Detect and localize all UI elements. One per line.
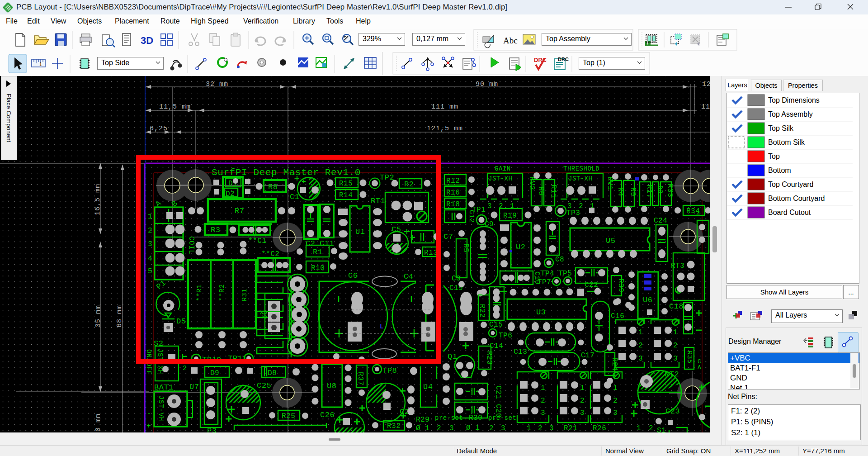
svg-text:16,5 mm: 16,5 mm (94, 184, 102, 215)
svg-text:+: + (146, 422, 151, 430)
svg-text:1: 1 (637, 424, 641, 432)
svg-text:DRC: DRC (534, 57, 547, 63)
svg-text:R23: R23 (485, 351, 493, 365)
svg-text:2: 2 (183, 365, 187, 372)
svg-text:R13: R13 (424, 249, 438, 257)
svg-text:2: 2 (499, 202, 503, 210)
svg-text:2: 2 (437, 424, 441, 432)
svg-text:0 mm: 0 mm (94, 413, 102, 432)
svg-text:C22: C22 (585, 281, 598, 289)
svg-text:RV2: RV2 (528, 176, 536, 190)
svg-text:P3: P3 (207, 427, 217, 432)
svg-text:R29: R29 (416, 416, 429, 424)
svg-text:3: 3 (673, 355, 678, 363)
svg-text:U7: U7 (189, 383, 199, 391)
svg-text:R1: R1 (313, 248, 322, 256)
svg-text:**C1: **C1 (248, 237, 266, 245)
svg-text:TP3: TP3 (566, 209, 580, 217)
svg-text:S1: S1 (657, 427, 666, 432)
svg-text:Top Dimensions: Top Dimensions (768, 96, 820, 104)
svg-text:TP4: TP4 (541, 270, 554, 278)
svg-text:C4: C4 (404, 272, 413, 281)
svg-text:C11: C11 (320, 239, 334, 248)
svg-text:R21: R21 (564, 424, 577, 432)
svg-text:RV1: RV1 (606, 176, 614, 190)
svg-text:R2: R2 (404, 180, 414, 189)
svg-text:R8: R8 (268, 183, 278, 191)
svg-text:**C2: **C2 (261, 250, 279, 258)
svg-text:TP5: TP5 (558, 270, 572, 278)
svg-text:4: 4 (696, 211, 701, 218)
svg-text:Board Cutout: Board Cutout (768, 209, 811, 216)
svg-text:C24: C24 (654, 217, 667, 225)
svg-text:C23: C23 (665, 407, 680, 416)
svg-text:1: 1 (39, 62, 42, 67)
svg-text:2: 2 (541, 397, 545, 405)
svg-text:R39: R39 (617, 279, 625, 292)
svg-text:R4: R4 (616, 187, 624, 196)
svg-text:3: 3 (638, 355, 643, 363)
svg-text:Bottom Silk: Bottom Silk (768, 138, 805, 146)
svg-text:R16: R16 (446, 189, 460, 197)
svg-text:2: 2 (638, 342, 643, 350)
svg-text:3: 3 (449, 424, 454, 432)
svg-text:Bottom: Bottom (768, 166, 791, 174)
svg-text:R35: R35 (685, 351, 693, 364)
svg-text:C9: C9 (485, 220, 494, 228)
svg-text:R3: R3 (211, 226, 220, 234)
svg-text:3: 3 (613, 409, 618, 417)
svg-text:R12: R12 (446, 177, 460, 185)
svg-text:R15: R15 (339, 180, 353, 188)
svg-text:RT2: RT2 (665, 370, 679, 379)
svg-text:TP8: TP8 (382, 366, 397, 375)
svg-text:D8: D8 (268, 369, 277, 377)
svg-text:4: 4 (148, 255, 152, 263)
svg-text:Ø 1: Ø 1 (416, 424, 429, 432)
svg-text:R26: R26 (593, 424, 606, 432)
svg-text:L: L (380, 323, 383, 330)
svg-text:D5: D5 (176, 317, 186, 326)
svg-text:12: 12 (702, 81, 710, 88)
svg-text:R25: R25 (282, 412, 295, 420)
svg-text:2: 2 (613, 397, 618, 405)
svg-text:68 mm: 68 mm (116, 305, 123, 328)
svg-text:R5: R5 (462, 243, 470, 252)
svg-text:C1: C1 (290, 193, 299, 201)
svg-text:C10: C10 (533, 271, 541, 285)
svg-text:U1: U1 (355, 228, 365, 236)
svg-text:2: 2 (489, 424, 494, 432)
svg-text:THRESHOLD: THRESHOLD (563, 165, 599, 172)
svg-text:3: 3 (549, 424, 554, 432)
svg-text:R17: R17 (645, 185, 653, 198)
svg-text:1: 1 (638, 328, 643, 337)
svg-text:3: 3 (487, 202, 492, 210)
svg-text:C16: C16 (611, 312, 624, 320)
svg-text:Q2: Q2 (259, 310, 268, 319)
svg-text:6,25: 6,25 (150, 125, 168, 133)
svg-text:pre-set: pre-set (488, 414, 516, 422)
svg-text:2: 2 (538, 424, 542, 432)
svg-text:11: 11 (701, 103, 710, 111)
svg-text:U6: U6 (643, 296, 652, 304)
svg-text:3: 3 (580, 409, 585, 417)
svg-text:C25: C25 (257, 381, 271, 390)
svg-text:R11: R11 (549, 185, 557, 198)
svg-text:R22: R22 (478, 304, 486, 318)
svg-text:C3: C3 (452, 275, 461, 283)
svg-text:1: 1 (510, 202, 514, 210)
svg-text:C12: C12 (467, 210, 475, 223)
svg-text:RT3: RT3 (671, 262, 684, 270)
svg-text:U8: U8 (327, 382, 336, 390)
svg-text:C7: C7 (443, 233, 453, 241)
svg-text:3D: 3D (141, 35, 153, 46)
svg-text:DRC: DRC (558, 57, 569, 62)
svg-text:C5: C5 (392, 225, 401, 234)
svg-text:TP6: TP6 (499, 332, 512, 340)
svg-text:A: A (698, 364, 701, 371)
svg-text:C8: C8 (555, 256, 564, 264)
svg-text:3: 3 (541, 409, 545, 417)
svg-text:JST-XH: JST-XH (568, 175, 592, 182)
svg-text:R18: R18 (446, 200, 460, 209)
svg-text:35 mm: 35 mm (94, 305, 102, 328)
svg-text:**R2: **R2 (218, 284, 226, 301)
